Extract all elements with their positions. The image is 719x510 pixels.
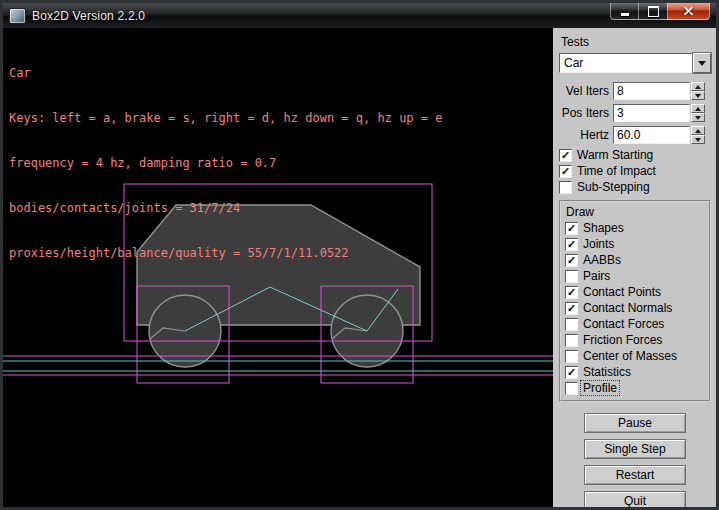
tests-dropdown-button[interactable]	[693, 53, 711, 73]
hertz-label: Hertz	[559, 128, 609, 142]
chevron-down-icon	[698, 61, 706, 66]
pos-iters-field[interactable]	[613, 104, 690, 122]
checkbox-aabbs[interactable]: ✓ AABBs	[565, 253, 707, 267]
hertz-spinner: Hertz	[559, 126, 711, 144]
draw-group-label: Draw	[566, 205, 707, 219]
minimize-button[interactable]	[610, 3, 639, 20]
spinner-down-icon	[695, 116, 701, 120]
checkbox-label: Contact Normals	[583, 301, 672, 315]
window-controls	[610, 3, 710, 20]
checkbox-center-of-masses[interactable]: Center of Masses	[565, 349, 707, 363]
checkbox-box: ✓	[565, 302, 578, 315]
checkbox-label: AABBs	[583, 253, 621, 267]
checkbox-label: Friction Forces	[583, 333, 662, 347]
checkbox-label: Contact Points	[583, 285, 661, 299]
bodies-stats-text: bodies/contacts/joints = 31/7/24	[9, 201, 442, 216]
checkbox-label: Statistics	[583, 365, 631, 379]
maximize-icon	[648, 6, 659, 17]
checkbox-label: Contact Forces	[583, 317, 664, 331]
quit-button[interactable]: Quit	[584, 491, 686, 507]
checkbox-contact-normals[interactable]: ✓ Contact Normals	[565, 301, 707, 315]
vel-iters-down-button[interactable]	[691, 91, 705, 100]
hertz-up-button[interactable]	[691, 126, 705, 135]
spinner-up-icon	[695, 85, 701, 89]
checkbox-box	[565, 334, 578, 347]
simulation-canvas[interactable]: Car Keys: left = a, brake = s, right = d…	[3, 28, 553, 507]
frequency-text: frequency = 4 hz, damping ratio = 0.7	[9, 156, 442, 171]
checkbox-label: Profile	[580, 380, 620, 396]
checkbox-label: Shapes	[583, 221, 624, 235]
test-name-text: Car	[9, 66, 442, 81]
checkbox-box	[565, 350, 578, 363]
vel-iters-up-button[interactable]	[691, 82, 705, 91]
checkbox-box: ✓	[565, 254, 578, 267]
checkbox-label: Time of Impact	[577, 164, 656, 178]
checkbox-box	[559, 181, 572, 194]
vel-iters-field[interactable]	[613, 82, 690, 100]
checkbox-pairs[interactable]: Pairs	[565, 269, 707, 283]
vel-iters-label: Vel Iters	[559, 84, 609, 98]
tests-dropdown[interactable]: Car	[559, 53, 711, 73]
checkbox-joints[interactable]: ✓ Joints	[565, 237, 707, 251]
stats-overlay: Car Keys: left = a, brake = s, right = d…	[9, 36, 442, 291]
checkbox-label: Center of Masses	[583, 349, 677, 363]
hertz-field[interactable]	[613, 126, 690, 144]
checkbox-friction-forces[interactable]: Friction Forces	[565, 333, 707, 347]
window: Box2D Version 2.2.0	[0, 0, 719, 510]
keys-help-text: Keys: left = a, brake = s, right = d, hz…	[9, 111, 442, 126]
pos-iters-spinner: Pos Iters	[559, 104, 711, 122]
checkbox-sub-stepping[interactable]: Sub-Stepping	[559, 180, 711, 194]
spinner-down-icon	[695, 94, 701, 98]
window-content: Car Keys: left = a, brake = s, right = d…	[3, 28, 716, 507]
checkbox-contact-forces[interactable]: Contact Forces	[565, 317, 707, 331]
checkbox-box	[565, 270, 578, 283]
checkbox-contact-points[interactable]: ✓ Contact Points	[565, 285, 707, 299]
checkbox-statistics[interactable]: ✓ Statistics	[565, 365, 707, 379]
spinner-down-icon	[695, 138, 701, 142]
pos-iters-down-button[interactable]	[691, 113, 705, 122]
checkbox-box: ✓	[565, 222, 578, 235]
checkbox-label: Warm Starting	[577, 148, 653, 162]
tests-label: Tests	[561, 35, 711, 49]
pos-iters-label: Pos Iters	[559, 106, 609, 120]
app-icon[interactable]	[9, 8, 26, 24]
pause-button[interactable]: Pause	[584, 413, 686, 433]
close-icon	[683, 6, 694, 17]
titlebar[interactable]: Box2D Version 2.2.0	[3, 3, 716, 28]
checkbox-warm-starting[interactable]: ✓ Warm Starting	[559, 148, 711, 162]
checkbox-label: Joints	[583, 237, 614, 251]
checkbox-box: ✓	[565, 286, 578, 299]
single-step-button[interactable]: Single Step	[584, 439, 686, 459]
checkbox-box: ✓	[559, 165, 572, 178]
checkbox-box	[565, 382, 578, 395]
checkbox-time-of-impact[interactable]: ✓ Time of Impact	[559, 164, 711, 178]
draw-group: Draw ✓ Shapes ✓ Joints ✓ AABBs Pairs	[559, 200, 711, 402]
checkbox-box	[565, 318, 578, 331]
hertz-down-button[interactable]	[691, 135, 705, 144]
control-panel: Tests Car Vel Iters Pos Iters	[553, 28, 716, 507]
restart-button[interactable]: Restart	[584, 465, 686, 485]
checkbox-shapes[interactable]: ✓ Shapes	[565, 221, 707, 235]
tests-dropdown-value: Car	[559, 53, 693, 73]
maximize-button[interactable]	[639, 3, 667, 20]
pos-iters-up-button[interactable]	[691, 104, 705, 113]
close-button[interactable]	[667, 3, 710, 20]
checkbox-box: ✓	[565, 366, 578, 379]
vel-iters-spinner: Vel Iters	[559, 82, 711, 100]
proxies-stats-text: proxies/height/balance/quality = 55/7/1/…	[9, 246, 442, 261]
minimize-icon	[621, 13, 629, 16]
spinner-up-icon	[695, 129, 701, 133]
checkbox-box: ✓	[565, 238, 578, 251]
checkbox-profile[interactable]: Profile	[565, 381, 707, 395]
spinner-up-icon	[695, 107, 701, 111]
checkbox-box: ✓	[559, 149, 572, 162]
checkbox-label: Sub-Stepping	[577, 180, 650, 194]
window-title: Box2D Version 2.2.0	[32, 9, 145, 23]
checkbox-label: Pairs	[583, 269, 610, 283]
